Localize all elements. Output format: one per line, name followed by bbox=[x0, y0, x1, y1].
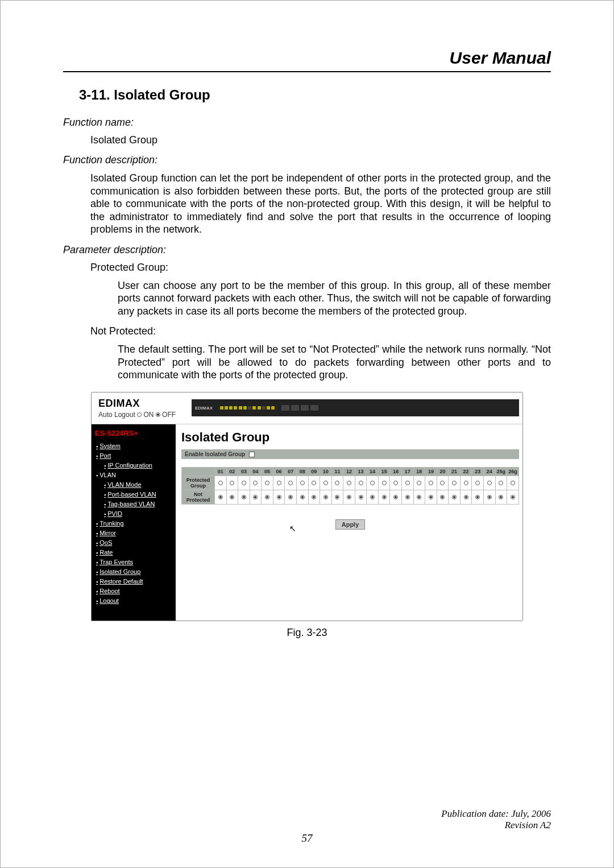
port-radio-cell[interactable] bbox=[460, 490, 472, 504]
port-radio[interactable] bbox=[265, 481, 269, 485]
apply-button[interactable]: Apply bbox=[335, 519, 366, 530]
port-radio-cell[interactable] bbox=[378, 490, 390, 504]
port-radio[interactable] bbox=[511, 481, 515, 485]
port-radio-cell[interactable] bbox=[472, 490, 484, 504]
port-radio[interactable] bbox=[300, 481, 305, 485]
sidebar-item-reboot[interactable]: Reboot bbox=[94, 586, 173, 596]
auto-logout-on-radio[interactable] bbox=[137, 412, 142, 417]
port-radio-cell[interactable] bbox=[449, 490, 460, 504]
port-radio[interactable] bbox=[464, 481, 468, 485]
port-radio-cell[interactable] bbox=[308, 490, 320, 504]
port-radio-cell[interactable] bbox=[413, 476, 425, 490]
sidebar-item-tag-based-vlan[interactable]: Tag-based VLAN bbox=[94, 499, 173, 509]
port-radio[interactable] bbox=[347, 495, 351, 499]
port-radio-cell[interactable] bbox=[250, 490, 262, 504]
sidebar-item-isolated-group[interactable]: Isolated Group bbox=[94, 567, 173, 577]
port-radio-cell[interactable] bbox=[343, 490, 355, 504]
port-radio[interactable] bbox=[393, 481, 398, 485]
port-radio-cell[interactable] bbox=[355, 476, 367, 490]
sidebar-item-pvid[interactable]: PVID bbox=[94, 509, 173, 519]
sidebar-item-ip-configuration[interactable]: IP Configuration bbox=[94, 461, 173, 470]
port-radio-cell[interactable] bbox=[285, 490, 297, 504]
port-radio[interactable] bbox=[405, 481, 410, 485]
port-radio[interactable] bbox=[429, 495, 433, 499]
port-radio[interactable] bbox=[359, 495, 363, 499]
port-radio-cell[interactable] bbox=[413, 490, 425, 504]
port-radio-cell[interactable] bbox=[250, 476, 262, 490]
port-radio[interactable] bbox=[335, 495, 339, 499]
port-radio[interactable] bbox=[511, 495, 515, 499]
port-radio[interactable] bbox=[242, 495, 246, 499]
auto-logout-off-radio[interactable] bbox=[156, 412, 160, 417]
port-radio[interactable] bbox=[440, 495, 445, 499]
sidebar-item-logout[interactable]: Logout bbox=[94, 596, 173, 606]
port-radio-cell[interactable] bbox=[262, 476, 273, 490]
port-radio-cell[interactable] bbox=[507, 490, 519, 504]
port-radio-cell[interactable] bbox=[296, 476, 308, 490]
port-radio-cell[interactable] bbox=[378, 476, 390, 490]
port-radio-cell[interactable] bbox=[367, 490, 379, 504]
port-radio[interactable] bbox=[452, 495, 457, 499]
port-radio-cell[interactable] bbox=[495, 476, 507, 490]
port-radio[interactable] bbox=[242, 481, 246, 485]
sidebar-item-rate[interactable]: Rate bbox=[94, 548, 173, 557]
port-radio[interactable] bbox=[312, 481, 316, 485]
port-radio-cell[interactable] bbox=[238, 490, 250, 504]
port-radio-cell[interactable] bbox=[472, 476, 484, 490]
port-radio-cell[interactable] bbox=[425, 490, 437, 504]
port-radio[interactable] bbox=[288, 481, 293, 485]
port-radio-cell[interactable] bbox=[320, 490, 332, 504]
port-radio-cell[interactable] bbox=[262, 490, 273, 504]
port-radio-cell[interactable] bbox=[507, 476, 519, 490]
port-radio-cell[interactable] bbox=[460, 476, 472, 490]
port-radio[interactable] bbox=[475, 495, 480, 499]
port-radio[interactable] bbox=[405, 495, 410, 499]
port-radio-cell[interactable] bbox=[367, 476, 379, 490]
port-radio-cell[interactable] bbox=[226, 476, 238, 490]
sidebar-item-vlan-mode[interactable]: VLAN Mode bbox=[94, 480, 173, 490]
sidebar-item-restore-default[interactable]: Restore Default bbox=[94, 577, 173, 586]
port-radio-cell[interactable] bbox=[215, 490, 227, 504]
sidebar-item-port[interactable]: Port bbox=[94, 451, 173, 461]
port-radio[interactable] bbox=[277, 495, 281, 499]
port-radio-cell[interactable] bbox=[390, 476, 402, 490]
port-radio[interactable] bbox=[487, 481, 492, 485]
port-radio[interactable] bbox=[487, 495, 492, 499]
port-radio-cell[interactable] bbox=[273, 476, 285, 490]
port-radio[interactable] bbox=[288, 495, 293, 499]
port-radio-cell[interactable] bbox=[437, 476, 449, 490]
port-radio-cell[interactable] bbox=[308, 476, 320, 490]
port-radio[interactable] bbox=[253, 495, 258, 499]
port-radio[interactable] bbox=[265, 495, 269, 499]
port-radio[interactable] bbox=[370, 481, 375, 485]
port-radio-cell[interactable] bbox=[437, 490, 449, 504]
port-radio[interactable] bbox=[475, 481, 480, 485]
port-radio-cell[interactable] bbox=[331, 490, 343, 504]
sidebar-item-port-based-vlan[interactable]: Port-based VLAN bbox=[94, 490, 173, 499]
port-radio[interactable] bbox=[230, 495, 234, 499]
port-radio[interactable] bbox=[393, 495, 398, 499]
port-radio[interactable] bbox=[253, 481, 258, 485]
port-radio[interactable] bbox=[300, 495, 305, 499]
port-radio[interactable] bbox=[323, 495, 328, 499]
port-radio-cell[interactable] bbox=[273, 490, 285, 504]
port-radio[interactable] bbox=[429, 481, 433, 485]
port-radio[interactable] bbox=[499, 495, 503, 499]
port-radio-cell[interactable] bbox=[402, 490, 414, 504]
port-radio[interactable] bbox=[370, 495, 375, 499]
port-radio-cell[interactable] bbox=[215, 476, 227, 490]
port-radio[interactable] bbox=[323, 481, 328, 485]
port-radio-cell[interactable] bbox=[495, 490, 507, 504]
port-radio-cell[interactable] bbox=[343, 476, 355, 490]
port-radio[interactable] bbox=[277, 481, 281, 485]
port-radio[interactable] bbox=[417, 495, 421, 499]
port-radio[interactable] bbox=[452, 481, 457, 485]
port-radio-cell[interactable] bbox=[296, 490, 308, 504]
sidebar-item-trap-events[interactable]: Trap Events bbox=[94, 557, 173, 567]
port-radio-cell[interactable] bbox=[483, 490, 495, 504]
port-radio-cell[interactable] bbox=[390, 490, 402, 504]
sidebar-item-system[interactable]: System bbox=[94, 441, 173, 451]
sidebar-item-trunking[interactable]: Trunking bbox=[94, 519, 173, 528]
port-radio[interactable] bbox=[417, 481, 421, 485]
port-radio-cell[interactable] bbox=[483, 476, 495, 490]
